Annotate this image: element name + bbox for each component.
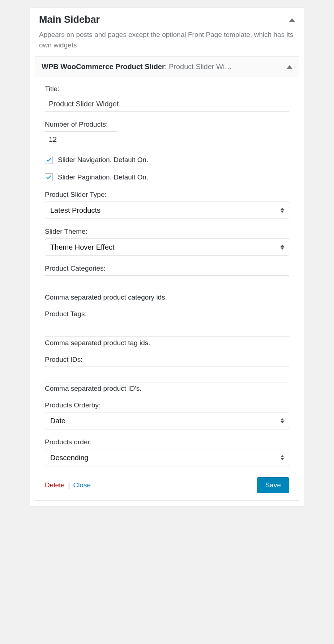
left-actions: Delete | Close — [45, 481, 91, 489]
categories-label: Product Categories: — [45, 264, 289, 272]
categories-help: Comma separated product category ids. — [45, 293, 289, 301]
area-collapse-toggle[interactable] — [289, 17, 295, 23]
categories-input[interactable] — [45, 275, 289, 291]
field-categories: Product Categories: Comma separated prod… — [45, 264, 289, 301]
type-select[interactable]: Latest Products — [45, 202, 289, 219]
theme-select[interactable]: Theme Hover Effect — [45, 238, 289, 256]
title-label: Title: — [45, 85, 289, 93]
field-slider-theme: Slider Theme: Theme Hover Effect — [45, 228, 289, 256]
field-order: Products order: Descending — [45, 438, 289, 466]
slider-navigation-label: Slider Navigation. Default On. — [58, 156, 148, 164]
widget-subtitle: : Product Slider Wi… — [165, 63, 232, 71]
theme-select-wrap: Theme Hover Effect — [45, 238, 289, 256]
tags-input[interactable] — [45, 321, 289, 337]
area-title: Main Sidebar — [39, 14, 295, 25]
orderby-select-wrap: Date — [45, 412, 289, 429]
save-button[interactable]: Save — [257, 477, 289, 493]
slider-navigation-row: Slider Navigation. Default On. — [45, 156, 289, 164]
widget-area: Main Sidebar Appears on posts and pages … — [30, 7, 304, 507]
widget-item: WPB WooCommerce Product Slider: Product … — [35, 56, 299, 501]
count-input[interactable] — [45, 131, 117, 147]
close-link[interactable]: Close — [73, 481, 91, 489]
widget-name: WPB WooCommerce Product Slider — [42, 63, 165, 71]
type-label: Product Slider Type: — [45, 191, 289, 199]
slider-navigation-checkbox[interactable] — [45, 156, 53, 164]
chevron-up-icon — [289, 18, 295, 22]
check-icon — [46, 174, 52, 181]
area-header: Main Sidebar Appears on posts and pages … — [30, 8, 304, 55]
slider-pagination-checkbox[interactable] — [45, 173, 53, 181]
field-slider-type: Product Slider Type: Latest Products — [45, 191, 289, 219]
title-input[interactable] — [45, 96, 289, 112]
area-description: Appears on posts and pages except the op… — [39, 30, 295, 50]
field-title: Title: — [45, 85, 289, 112]
count-label: Number of Products: — [45, 120, 289, 128]
delete-link[interactable]: Delete — [45, 481, 65, 489]
tags-help: Comma separated product tag ids. — [45, 339, 289, 347]
ids-input[interactable] — [45, 367, 289, 382]
widget-collapse-toggle[interactable] — [287, 64, 292, 70]
orderby-select[interactable]: Date — [45, 412, 289, 429]
widget-actions: Delete | Close Save — [45, 477, 289, 493]
ids-label: Product IDs: — [45, 356, 289, 364]
theme-label: Slider Theme: — [45, 228, 289, 236]
ids-help: Comma separated product ID's. — [45, 385, 289, 393]
orderby-label: Products Orderby: — [45, 401, 289, 409]
field-number-products: Number of Products: — [45, 120, 289, 147]
field-orderby: Products Orderby: Date — [45, 401, 289, 429]
slider-pagination-label: Slider Pagination. Default On. — [58, 173, 148, 181]
order-label: Products order: — [45, 438, 289, 446]
order-select-wrap: Descending — [45, 449, 289, 466]
check-icon — [46, 157, 52, 163]
order-select[interactable]: Descending — [45, 449, 289, 466]
field-tags: Product Tags: Comma separated product ta… — [45, 310, 289, 347]
widget-header[interactable]: WPB WooCommerce Product Slider: Product … — [35, 57, 299, 77]
chevron-up-icon — [287, 65, 292, 69]
separator: | — [68, 481, 70, 489]
field-ids: Product IDs: Comma separated product ID'… — [45, 356, 289, 393]
tags-label: Product Tags: — [45, 310, 289, 318]
widget-body: Title: Number of Products: Slider Naviga… — [35, 77, 299, 500]
slider-pagination-row: Slider Pagination. Default On. — [45, 173, 289, 181]
type-select-wrap: Latest Products — [45, 202, 289, 219]
